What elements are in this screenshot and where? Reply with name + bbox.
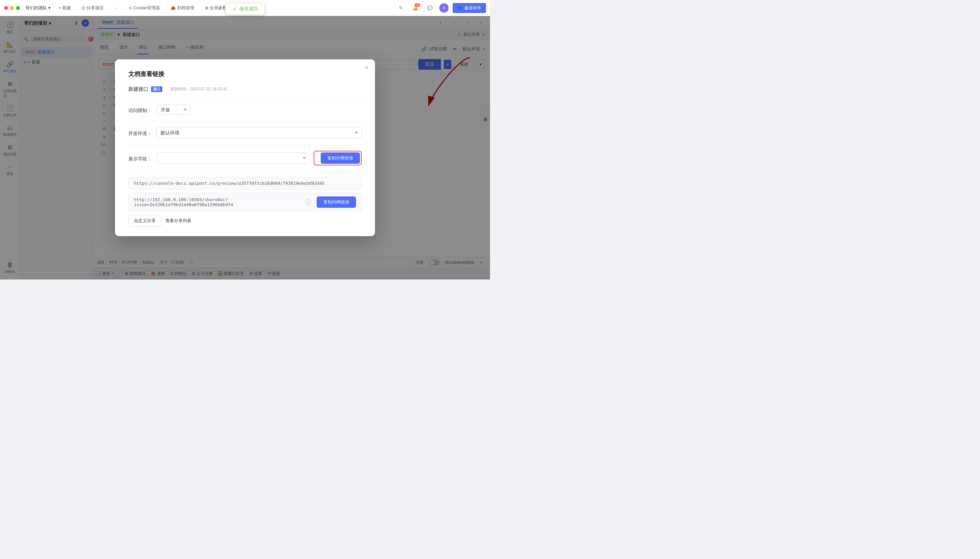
traffic-light-yellow[interactable] xyxy=(10,6,14,10)
copy-inner-btn[interactable]: 复制内网链接 xyxy=(317,197,356,208)
custom-share-btn[interactable]: 自定义分享 xyxy=(128,215,161,227)
dialog-footer: 自定义分享 查看分享列表 xyxy=(128,215,362,227)
inner-url-row: http://192.168.0.106:10393/shareDoc?issu… xyxy=(128,193,362,212)
success-icon: ✓ xyxy=(232,6,237,12)
env-label: 开发环境： xyxy=(128,129,152,137)
info-icon[interactable]: ℹ xyxy=(305,199,311,205)
copy-outer-highlight: 复制外网链接 xyxy=(313,151,362,165)
dialog-api-row: 新建接口 接口 更新时间：2023-07-31 16:32:41 xyxy=(128,86,362,93)
dialog-close-btn[interactable]: × xyxy=(365,65,368,71)
top-bar: 哥们的团队 ▾ + 新建 ⊡ 分享项目 ··· ⊙ Cookie管理器 📥 归档… xyxy=(0,0,490,16)
new-btn[interactable]: + 新建 xyxy=(56,4,74,12)
api-type-badge: 接口 xyxy=(151,86,162,92)
invite-btn[interactable]: 👤 邀请协作 xyxy=(453,3,486,13)
copy-outer-btn[interactable]: 复制外网链接 xyxy=(321,152,360,164)
fields-select[interactable] xyxy=(156,152,310,164)
team-selector[interactable]: 哥们的团队 ▾ xyxy=(25,5,51,11)
access-label: 访问限制： xyxy=(128,106,152,114)
share-project-btn[interactable]: ⊡ 分享项目 xyxy=(79,4,106,12)
access-select[interactable]: 开放 需要密码 xyxy=(156,105,190,115)
traffic-light-green[interactable] xyxy=(16,6,20,10)
cookie-manager-btn[interactable]: ⊙ Cookie管理器 xyxy=(126,4,162,12)
outer-url-text: https://console-docs.apipost.cn/preview/… xyxy=(134,181,356,186)
dialog-api-name: 新建接口 接口 更新时间：2023-07-31 16:32:41 xyxy=(128,86,227,93)
save-toast: ✓ 保存成功 xyxy=(225,3,265,15)
dialog-access-row: 访问限制： 开放 需要密码 xyxy=(128,99,362,115)
notification-badge: 49 xyxy=(415,3,420,7)
archive-manager-btn[interactable]: 📥 归档管理 xyxy=(168,4,197,12)
more-menu-btn[interactable]: ··· xyxy=(112,4,120,12)
env-select[interactable]: 默认环境 xyxy=(156,127,362,139)
avatar[interactable]: A xyxy=(439,3,449,13)
outer-url-row: https://console-docs.apipost.cn/preview/… xyxy=(128,177,362,189)
dialog-title: 文档查看链接 xyxy=(128,70,362,78)
view-list-btn[interactable]: 查看分享列表 xyxy=(165,215,191,227)
notification-btn[interactable]: 🔔 49 xyxy=(410,3,421,13)
traffic-light-red[interactable] xyxy=(4,6,8,10)
top-right-actions: ↻ 🔔 49 💬 A 👤 邀请协作 xyxy=(395,3,486,13)
message-icon[interactable]: 💬 xyxy=(425,3,436,13)
fields-label: 展示字段： xyxy=(128,154,152,162)
update-time: 更新时间：2023-07-31 16:32:41 xyxy=(170,86,227,92)
dialog-fields-row: 展示字段： 复制外网链接 xyxy=(128,145,362,165)
dialog-overlay: × 文档查看链接 新建接口 接口 更新时间：2023-07-31 16:32:4… xyxy=(0,16,490,280)
sync-icon[interactable]: ↻ xyxy=(395,3,406,13)
urls-section: https://console-docs.apipost.cn/preview/… xyxy=(128,172,362,212)
inner-url-text: http://192.168.0.106:10393/shareDoc?issu… xyxy=(134,197,303,207)
traffic-lights xyxy=(4,6,20,10)
env-select-wrapper: 默认环境 xyxy=(156,127,362,139)
dialog-env-row: 开发环境： 默认环境 xyxy=(128,121,362,139)
dialog: × 文档查看链接 新建接口 接口 更新时间：2023-07-31 16:32:4… xyxy=(115,60,375,236)
fields-select-wrapper xyxy=(156,152,310,164)
